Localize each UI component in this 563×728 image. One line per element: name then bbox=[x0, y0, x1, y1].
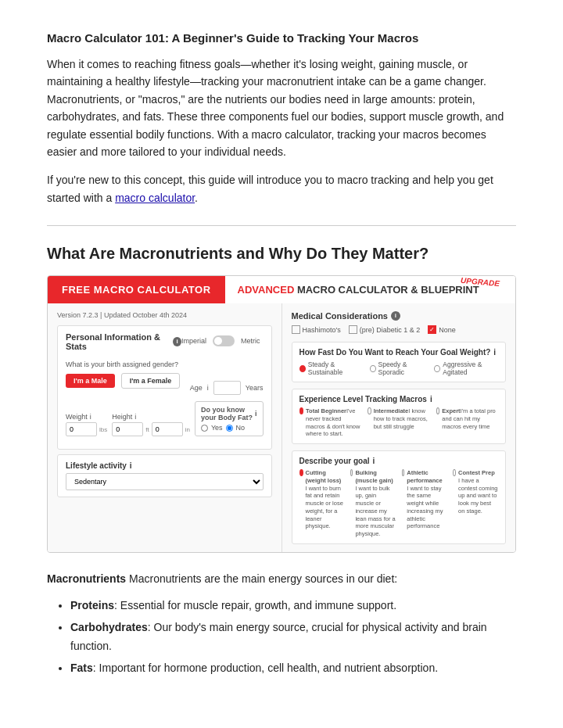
age-label: Age bbox=[190, 384, 203, 392]
expert-option[interactable]: ExpertI'm a total pro and can hit my mac… bbox=[436, 407, 499, 438]
aggressive-radio[interactable] bbox=[434, 365, 440, 372]
protein-text: : Essential for muscle repair, growth, a… bbox=[114, 599, 396, 611]
goal-label-text: Describe your goal bbox=[299, 457, 370, 465]
calc-right-panel: Medical Considerations i Hashimoto's (pr… bbox=[282, 303, 516, 552]
personal-info-label: Personal Information & Stats i bbox=[66, 332, 181, 351]
list-item-protein: Proteins: Essential for muscle repair, g… bbox=[70, 597, 516, 615]
medical-info-icon: i bbox=[391, 311, 400, 321]
macronutrients-bold: Macronutrients bbox=[47, 572, 126, 585]
advanced-calculator-tab[interactable]: ADVANCED MACRO CALCULATOR & BLUEPRINT Up… bbox=[225, 276, 515, 303]
intermediate-option[interactable]: IntermediateI know how to track macros, … bbox=[368, 407, 430, 438]
yes-radio[interactable] bbox=[201, 425, 208, 432]
free-calculator-tab[interactable]: FREE MACRO CALCULATOR bbox=[48, 276, 225, 303]
body-fat-box: Do you know your Body Fat? i Yes No bbox=[195, 401, 264, 436]
personal-info-text: Personal Information & Stats bbox=[66, 332, 170, 351]
divider bbox=[47, 225, 516, 226]
personal-info-box: Personal Information & Stats i Imperial … bbox=[57, 325, 272, 450]
contest-text: Contest PrepI have a contest coming up a… bbox=[458, 469, 498, 515]
hashimotos-check[interactable]: Hashimoto's bbox=[292, 325, 341, 334]
none-label: None bbox=[439, 326, 456, 334]
body-fat-info-icon: i bbox=[255, 410, 257, 418]
calc-body: Version 7.2.3 | Updated October 4th 2024… bbox=[48, 303, 515, 552]
aggressive-label: Aggressive & Agitated bbox=[443, 360, 498, 376]
experience-label: Experience Level Tracking Macros i bbox=[299, 395, 499, 403]
weight-unit: lbs bbox=[99, 426, 107, 433]
hashimotos-label: Hashimoto's bbox=[303, 326, 341, 334]
athletic-radio[interactable] bbox=[402, 469, 405, 476]
contest-radio[interactable] bbox=[453, 469, 456, 476]
medical-label: Medical Considerations i bbox=[292, 311, 507, 321]
fats-label: Fats bbox=[70, 662, 93, 674]
protein-label: Proteins bbox=[70, 599, 114, 611]
section-title: What Are Macronutrients and Why Do They … bbox=[47, 245, 516, 263]
goal-weight-section: How Fast Do You Want to Reach Your Goal … bbox=[292, 342, 507, 382]
height-inputs: ft in bbox=[112, 422, 190, 436]
male-button[interactable]: I'm a Male bbox=[66, 374, 115, 388]
advanced-red-text: ADVANCED bbox=[238, 284, 297, 296]
height-in-unit: in bbox=[185, 426, 190, 433]
calculator-preview: FREE MACRO CALCULATOR ADVANCED MACRO CAL… bbox=[47, 275, 516, 553]
no-radio[interactable] bbox=[226, 425, 233, 432]
cutting-option[interactable]: Cutting (weight loss)I want to burn fat … bbox=[299, 469, 345, 538]
goal-section: Describe your goal i Cutting (weight los… bbox=[292, 450, 507, 544]
steady-label: Steady & Sustainable bbox=[308, 360, 362, 376]
bulking-option[interactable]: Bulking (muscle gain)I want to bulk up, … bbox=[350, 469, 396, 538]
experience-options: Total BeginnerI've never tracked macros … bbox=[299, 407, 499, 438]
list-item-fats: Fats: Important for hormone production, … bbox=[70, 659, 516, 678]
no-label: No bbox=[236, 424, 246, 432]
goal-weight-options: Steady & Sustainable Speedy & Sporadic A… bbox=[299, 360, 499, 376]
lifestyle-select[interactable]: Sedentary bbox=[66, 473, 264, 490]
version-text: Version 7.2.3 | Updated October 4th 2024 bbox=[57, 311, 272, 319]
age-input[interactable] bbox=[213, 381, 241, 395]
athletic-option[interactable]: Athletic performanceI want to stay the s… bbox=[402, 469, 447, 538]
height-group: Height i ft in bbox=[112, 413, 190, 436]
height-in-input[interactable] bbox=[152, 422, 183, 436]
weight-input[interactable] bbox=[66, 422, 97, 436]
goal-label: Describe your goal i bbox=[299, 457, 499, 465]
beginner-text: Total BeginnerI've never tracked macros … bbox=[306, 407, 361, 438]
intermediate-radio[interactable] bbox=[368, 407, 371, 414]
medical-label-text: Medical Considerations bbox=[292, 311, 388, 321]
intermediate-text: IntermediateI know how to track macros, … bbox=[374, 407, 430, 430]
unit-toggle-switch[interactable] bbox=[213, 335, 235, 346]
height-ft-input[interactable] bbox=[112, 422, 143, 436]
beginner-option[interactable]: Total BeginnerI've never tracked macros … bbox=[299, 407, 362, 438]
contest-option[interactable]: Contest PrepI have a contest coming up a… bbox=[453, 469, 498, 538]
weight-group: Weight i lbs bbox=[66, 413, 107, 436]
experience-section: Experience Level Tracking Macros i Total… bbox=[292, 389, 507, 444]
aggressive-option[interactable]: Aggressive & Agitated bbox=[434, 360, 498, 376]
fats-text: : Important for hormone production, cell… bbox=[93, 662, 438, 674]
diabetic-check[interactable]: (pre) Diabetic 1 & 2 bbox=[349, 325, 421, 334]
calc-left-panel: Version 7.2.3 | Updated October 4th 2024… bbox=[48, 303, 282, 552]
intro-text-end: . bbox=[195, 192, 198, 204]
none-checkbox[interactable]: ✓ bbox=[428, 325, 436, 334]
hashimotos-checkbox[interactable] bbox=[292, 325, 300, 334]
beginner-radio[interactable] bbox=[299, 407, 304, 414]
measurements-row: Weight i lbs Height i bbox=[66, 401, 264, 436]
imperial-label: Imperial bbox=[181, 337, 206, 345]
diabetic-checkbox[interactable] bbox=[349, 325, 357, 334]
medical-checks: Hashimoto's (pre) Diabetic 1 & 2 ✓ None bbox=[292, 325, 507, 334]
intro-paragraph-2: If you're new to this concept, this guid… bbox=[47, 171, 516, 206]
female-button[interactable]: I'm a Female bbox=[121, 373, 181, 389]
speedy-radio[interactable] bbox=[370, 365, 376, 372]
bulking-radio[interactable] bbox=[350, 469, 353, 476]
gender-age-row: I'm a Male I'm a Female Age i Years bbox=[66, 373, 264, 395]
cutting-radio[interactable] bbox=[299, 469, 303, 476]
cutting-text: Cutting (weight loss)I want to burn fat … bbox=[306, 469, 345, 530]
body-fat-label: Do you know your Body Fat? i bbox=[201, 406, 257, 421]
macro-intro-text: Macronutrients are the main energy sourc… bbox=[129, 572, 397, 585]
height-label-text: Height bbox=[112, 413, 132, 421]
age-input-row: Age i Years bbox=[190, 381, 264, 395]
macro-calculator-link[interactable]: macro calculator bbox=[115, 192, 195, 204]
expert-radio[interactable] bbox=[436, 407, 440, 414]
lifestyle-label-text: Lifestyle activity bbox=[66, 461, 127, 470]
experience-label-text: Experience Level Tracking Macros bbox=[299, 395, 427, 403]
steady-radio[interactable] bbox=[299, 365, 306, 372]
none-check[interactable]: ✓ None bbox=[428, 325, 456, 334]
height-label: Height i bbox=[112, 413, 190, 421]
steady-option[interactable]: Steady & Sustainable bbox=[299, 360, 362, 376]
yes-label: Yes bbox=[211, 424, 223, 432]
bullet-list: Proteins: Essential for muscle repair, g… bbox=[47, 597, 516, 677]
speedy-option[interactable]: Speedy & Sporadic bbox=[370, 360, 427, 376]
